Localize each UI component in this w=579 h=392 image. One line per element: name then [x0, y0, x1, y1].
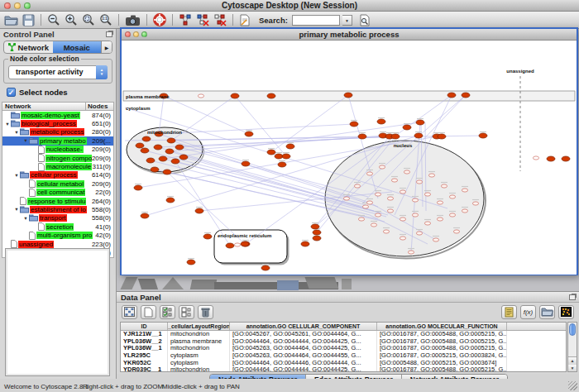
col-layout-region[interactable]: _cellularLayoutRegion — [168, 323, 230, 330]
float-data-panel-icon[interactable] — [569, 294, 576, 300]
network-node[interactable] — [547, 156, 555, 161]
network-node[interactable] — [400, 237, 405, 240]
network-node[interactable] — [416, 180, 422, 184]
network-node[interactable] — [387, 197, 393, 200]
network-node[interactable] — [195, 208, 203, 213]
zoom-fit-icon[interactable]: 1:1 — [98, 12, 113, 27]
tree-col-network[interactable]: Network — [2, 103, 86, 110]
network-node[interactable] — [387, 209, 393, 213]
network-node[interactable] — [375, 193, 380, 196]
disclosure-triangle-icon[interactable]: ▼ — [13, 130, 20, 135]
view-zoom-button[interactable] — [141, 31, 147, 37]
network-node[interactable] — [414, 133, 423, 138]
disclosure-triangle-icon[interactable]: ▼ — [4, 122, 11, 127]
zoom-button[interactable] — [24, 2, 31, 9]
network-node[interactable] — [412, 213, 418, 217]
network-node[interactable] — [278, 162, 286, 167]
zoom-out-icon[interactable] — [46, 12, 61, 27]
attribute-grid-icon[interactable] — [122, 305, 137, 319]
network-node[interactable] — [408, 251, 414, 254]
network-node[interactable] — [286, 144, 294, 149]
network-node[interactable] — [242, 161, 250, 166]
network-node[interactable] — [472, 202, 478, 205]
network-node[interactable] — [400, 190, 405, 194]
network-node[interactable] — [462, 93, 470, 98]
save-icon[interactable] — [22, 12, 36, 27]
search-input[interactable] — [292, 15, 340, 26]
network-node[interactable] — [375, 213, 380, 217]
destroy-network-icon[interactable] — [195, 12, 210, 27]
tree-col-nodes[interactable]: Nodes — [86, 103, 113, 110]
network-node[interactable] — [453, 230, 459, 233]
network-node[interactable] — [171, 159, 179, 164]
network-node[interactable] — [404, 170, 409, 174]
scroll-down-icon[interactable]: ▼ — [568, 365, 577, 372]
tree-row[interactable]: multi-organism pro42(0) — [2, 231, 113, 239]
table-row[interactable]: YDR039C__1mitochondrion[GO:0044464, GO:0… — [121, 366, 566, 372]
network-node[interactable] — [449, 213, 455, 217]
select-all-attributes-icon[interactable] — [160, 305, 175, 319]
tree-row[interactable]: mosaic-demo-yeast874(0) — [2, 111, 113, 119]
tree-row[interactable]: unassigned223(0) — [2, 240, 113, 248]
create-network-icon[interactable] — [178, 12, 193, 27]
network-node[interactable] — [366, 172, 372, 175]
network-node[interactable] — [362, 205, 368, 208]
network-node[interactable] — [159, 156, 167, 161]
close-button[interactable] — [4, 2, 11, 9]
network-node[interactable] — [438, 134, 446, 139]
delete-attribute-icon[interactable] — [198, 305, 213, 319]
network-node[interactable] — [416, 120, 424, 125]
network-node[interactable] — [134, 185, 142, 190]
network-node[interactable] — [462, 189, 467, 192]
network-node[interactable] — [400, 218, 405, 221]
select-nodes-checkbox[interactable]: ✓ — [7, 88, 16, 97]
table-row[interactable]: YPL036W__2plasma membrane[GO:0044464, GO… — [121, 338, 566, 346]
table-scrollbar[interactable]: ▲ ▼ — [567, 322, 577, 372]
network-view-titlebar[interactable]: primary metabolic process — [122, 29, 577, 41]
network-node[interactable] — [261, 265, 270, 270]
network-node[interactable] — [479, 133, 487, 138]
col-cellular-component[interactable]: annotation.GO CELLULAR_COMPONENT — [230, 323, 377, 330]
tree-row[interactable]: nitrogen compo209(0) — [2, 154, 113, 162]
network-node[interactable] — [343, 197, 349, 200]
zoom-in-icon[interactable] — [64, 12, 79, 27]
disclosure-triangle-icon[interactable]: ▼ — [22, 138, 29, 143]
destroy-view-icon[interactable] — [213, 12, 227, 27]
network-node[interactable] — [358, 134, 366, 139]
network-node[interactable] — [187, 260, 195, 265]
network-node[interactable] — [462, 209, 467, 213]
scrollbar-thumb[interactable] — [569, 323, 576, 336]
search-dropdown-arrow[interactable]: ▼ — [342, 15, 352, 26]
network-node[interactable] — [412, 198, 418, 202]
function-builder-icon[interactable]: f(x) — [520, 305, 536, 319]
network-node[interactable] — [151, 167, 159, 172]
unselect-all-attributes-icon[interactable] — [179, 305, 194, 319]
network-node[interactable] — [163, 170, 171, 174]
tree-row[interactable]: ▼establishment of lo558(0) — [2, 205, 113, 213]
tab-overflow-arrow[interactable]: ▶ — [101, 41, 112, 53]
network-node[interactable] — [165, 149, 174, 154]
node-color-dropdown[interactable]: transporter activity ▲▼ — [8, 65, 108, 79]
network-node[interactable] — [313, 236, 321, 241]
tree-row[interactable]: ▼primary metabo209(... — [2, 136, 113, 145]
scroll-up-icon[interactable]: ▲ — [568, 357, 577, 365]
import-attributes-icon[interactable] — [539, 305, 555, 319]
network-node[interactable] — [142, 136, 151, 141]
network-node[interactable] — [391, 179, 397, 182]
network-node[interactable] — [403, 125, 411, 130]
disclosure-triangle-icon[interactable]: ▼ — [13, 173, 20, 178]
network-node[interactable] — [203, 234, 212, 239]
network-node[interactable] — [428, 174, 434, 177]
window-titlebar[interactable]: Cytoscape Desktop (New Session) — [0, 0, 579, 12]
birds-eye-view[interactable] — [5, 248, 110, 376]
network-node[interactable] — [441, 184, 447, 188]
network-node[interactable] — [313, 230, 321, 235]
network-node[interactable] — [198, 94, 203, 98]
network-node[interactable] — [354, 184, 360, 188]
tab-mosaic[interactable]: Mosaic — [53, 41, 102, 53]
network-node[interactable] — [241, 241, 249, 246]
network-node[interactable] — [377, 119, 385, 124]
network-node[interactable] — [226, 243, 234, 248]
network-canvas[interactable]: plasma membranecytoplasmmitochondrionnuc… — [122, 41, 577, 275]
disclosure-triangle-icon[interactable]: ▼ — [13, 207, 20, 212]
